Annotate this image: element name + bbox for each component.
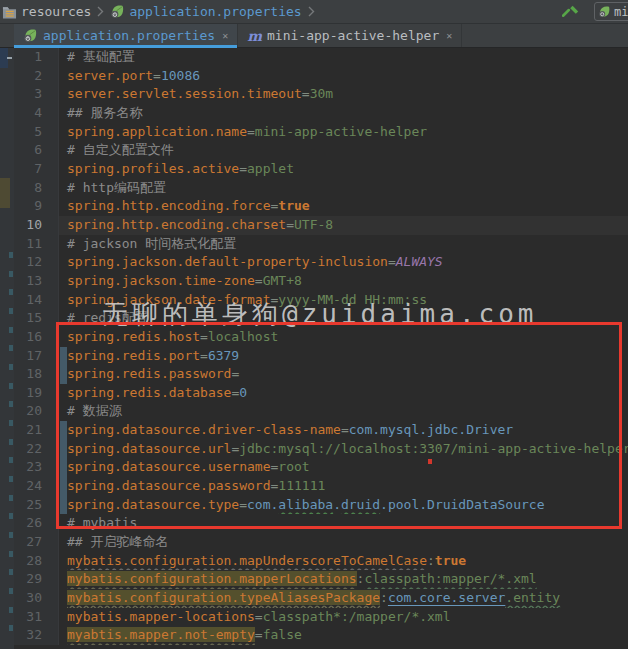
code-line[interactable]: 29mybatis.configuration.mapperLocations:…: [0, 570, 628, 589]
spring-boot-icon: [110, 4, 125, 19]
project-panel-item-fragment: [9, 345, 13, 351]
run-configuration-label: mini-app-active-helper: [614, 5, 628, 19]
code-line[interactable]: 5spring.application.name=mini-app-active…: [0, 123, 628, 142]
code-text[interactable]: spring.http.encoding.charset=UTF-8: [59, 216, 628, 235]
code-text[interactable]: ## 开启驼峰命名: [59, 533, 628, 552]
project-panel-item-fragment: [9, 420, 13, 426]
code-line[interactable]: 8# http编码配置: [0, 179, 628, 198]
breadcrumb-label: resources: [21, 4, 91, 19]
breadcrumb-label: application.properties: [129, 4, 301, 19]
code-line[interactable]: 31mybatis.mapper-locations=classpath*:/m…: [0, 608, 628, 627]
project-panel-item-fragment: [9, 588, 13, 594]
code-line[interactable]: 28mybatis.configuration.mapUnderscoreToC…: [0, 552, 628, 571]
code-text[interactable]: # 基础配置: [59, 48, 628, 67]
code-text[interactable]: spring.application.name=mini-app-active-…: [59, 123, 628, 142]
code-line[interactable]: 4## 服务名称: [0, 104, 628, 123]
code-text[interactable]: server.servlet.session.timeout=30m: [59, 85, 628, 104]
spring-boot-icon: [598, 5, 611, 18]
code-line[interactable]: 32myabtis.mapper.not-empty=false: [0, 626, 628, 645]
project-panel-item-fragment: [9, 364, 13, 370]
resources-folder-icon: [2, 5, 17, 19]
code-text[interactable]: ## 服务名称: [59, 104, 628, 123]
project-panel-fold-marker: [7, 57, 12, 59]
breadcrumb-application-properties[interactable]: application.properties: [110, 4, 301, 19]
code-text[interactable]: spring.http.encoding.force=true: [59, 197, 628, 216]
code-line[interactable]: 10spring.http.encoding.charset=UTF-8: [0, 216, 628, 235]
code-line[interactable]: 9spring.http.encoding.force=true: [0, 197, 628, 216]
code-line[interactable]: 6# 自定义配置文件: [0, 141, 628, 160]
project-panel-item-fragment: [9, 401, 13, 407]
code-line[interactable]: 7spring.profiles.active=applet: [0, 160, 628, 179]
code-line[interactable]: 2server.port=10086: [0, 67, 628, 86]
chevron-right-icon: [308, 6, 315, 17]
code-line[interactable]: 30mybatis.configuration.typeAliasesPacka…: [0, 589, 628, 608]
project-panel-item-fragment: [9, 439, 13, 445]
project-panel-item-fragment: [9, 513, 13, 519]
m-file-icon: m: [247, 29, 262, 43]
code-line[interactable]: 12spring.jackson.default-property-inclus…: [0, 253, 628, 272]
project-panel-highlight-fragment: [0, 178, 10, 208]
editor-tab-bar: application.properties ✕ m mini-app-acti…: [0, 24, 628, 48]
code-text[interactable]: spring.jackson.time-zone=GMT+8: [59, 272, 628, 291]
close-tab-icon[interactable]: ✕: [222, 30, 228, 41]
code-text[interactable]: # jackson 时间格式化配置: [59, 235, 628, 254]
project-panel-item-fragment: [9, 327, 13, 333]
code-line[interactable]: 13spring.jackson.time-zone=GMT+8: [0, 272, 628, 291]
code-text[interactable]: mybatis.mapper-locations=classpath*:/map…: [59, 608, 628, 627]
red-dot-marker: [428, 459, 432, 464]
navigation-bar: resources application.properties: [0, 0, 628, 24]
project-panel-item-fragment: [9, 476, 13, 482]
tab-label: application.properties: [43, 28, 215, 43]
code-line[interactable]: 1# 基础配置: [0, 48, 628, 67]
code-line[interactable]: 27## 开启驼峰命名: [0, 533, 628, 552]
code-text[interactable]: # 自定义配置文件: [59, 141, 628, 160]
code-text[interactable]: mybatis.configuration.mapUnderscoreToCam…: [59, 552, 628, 571]
annotation-red-box: [56, 322, 622, 529]
build-hammer-icon[interactable]: [562, 3, 580, 21]
code-line[interactable]: 3server.servlet.session.timeout=30m: [0, 85, 628, 104]
project-panel-item-fragment: [9, 607, 13, 613]
code-text[interactable]: myabtis.mapper.not-empty=false: [59, 626, 628, 645]
project-panel-item-fragment: [9, 252, 13, 258]
tab-mini-app-active-helper[interactable]: m mini-app-active-helper ✕: [238, 24, 462, 47]
spring-boot-icon: [23, 28, 38, 43]
project-panel-item-fragment: [9, 271, 13, 277]
code-text[interactable]: mybatis.configuration.typeAliasesPackage…: [59, 589, 628, 608]
close-tab-icon[interactable]: ✕: [446, 30, 452, 41]
project-panel-edge: [0, 48, 14, 649]
project-panel-item-fragment: [9, 383, 13, 389]
tab-label: mini-app-active-helper: [267, 28, 439, 43]
project-panel-item-fragment: [9, 457, 13, 463]
code-text[interactable]: server.port=10086: [59, 67, 628, 86]
code-text[interactable]: mybatis.configuration.mapperLocations:cl…: [59, 570, 628, 589]
project-panel-item-fragment: [9, 495, 13, 501]
project-panel-item-fragment: [9, 308, 13, 314]
project-panel-item-fragment: [9, 569, 13, 575]
code-text[interactable]: spring.profiles.active=applet: [59, 160, 628, 179]
chevron-right-icon: [97, 6, 104, 17]
code-text[interactable]: # http编码配置: [59, 179, 628, 198]
project-panel-item-fragment: [9, 551, 13, 557]
code-line[interactable]: 11# jackson 时间格式化配置: [0, 235, 628, 254]
project-panel-item-fragment: [9, 625, 13, 631]
run-configuration-selector[interactable]: mini-app-active-helper: [594, 2, 628, 21]
code-text[interactable]: spring.jackson.default-property-inclusio…: [59, 253, 628, 272]
project-panel-item-fragment: [9, 532, 13, 538]
tab-application-properties[interactable]: application.properties ✕: [14, 24, 238, 47]
breadcrumb-resources[interactable]: resources: [21, 4, 91, 19]
project-panel-item-fragment: [9, 289, 13, 295]
ide-window: resources application.properties: [0, 0, 628, 649]
